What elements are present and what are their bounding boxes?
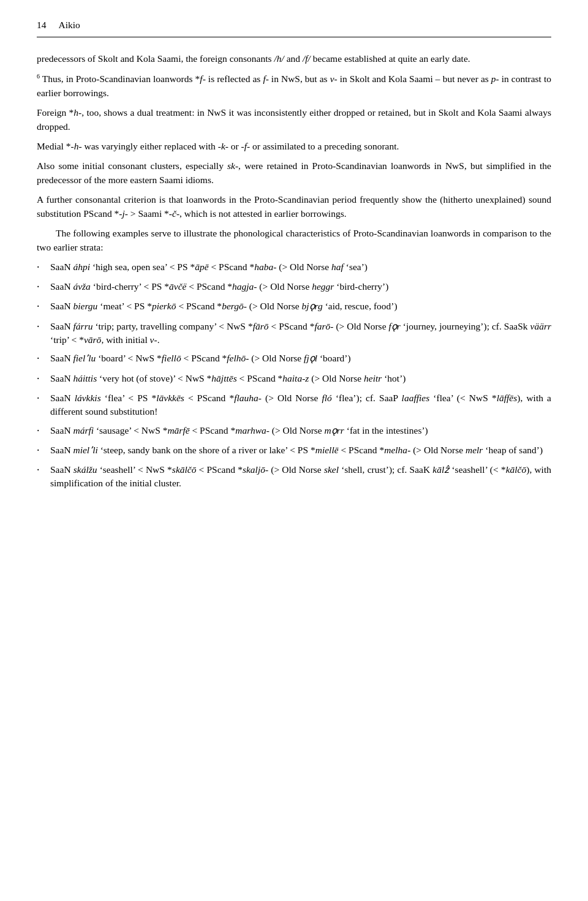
paragraph-4: Medial *-h- was varyingly either replace… xyxy=(37,140,551,153)
list-item: · SaaN márfi ‘sausage’ < NwS *mārfē < PS… xyxy=(37,424,551,439)
bullet-symbol: · xyxy=(37,298,50,314)
list-item: · SaaN áhpi ‘high sea, open sea’ < PS *ā… xyxy=(37,260,551,275)
bullet-symbol: · xyxy=(37,423,50,439)
bullet-symbol: · xyxy=(37,442,50,458)
bullet-text: SaaN biergu ‘meat’ < PS *pierkō < PScand… xyxy=(50,300,551,313)
bullet-symbol: · xyxy=(37,259,50,275)
bullet-text: SaaN skálžu ‘seashell’ < NwS *skālčō < P… xyxy=(50,463,551,491)
bullet-symbol: · xyxy=(37,462,50,478)
list-item: · SaaN biergu ‘meat’ < PS *pierkō < PSca… xyxy=(37,300,551,314)
bullet-text: SaaN mielʼli ‘steep, sandy bank on the s… xyxy=(50,443,551,457)
page-number: 14 xyxy=(37,18,47,32)
paragraph-3: Foreign *h-, too, shows a dual treatment… xyxy=(37,106,551,134)
list-item: · SaaN háittis ‘very hot (of stove)’ < N… xyxy=(37,372,551,386)
bullet-list: · SaaN áhpi ‘high sea, open sea’ < PS *ā… xyxy=(37,260,551,490)
list-item: · SaaN skálžu ‘seashell’ < NwS *skālčō <… xyxy=(37,463,551,491)
bullet-text: SaaN fielʼlu ‘board’ < NwS *fiellō < PSc… xyxy=(50,352,551,365)
bullet-text: SaaN fárru ‘trip; party, travelling comp… xyxy=(50,320,551,347)
list-item: · SaaN mielʼli ‘steep, sandy bank on the… xyxy=(37,443,551,458)
main-content: predecessors of Skolt and Kola Saami, th… xyxy=(37,52,551,490)
paragraph-2: 6 Thus, in Proto-Scandinavian loanwords … xyxy=(37,72,551,100)
bullet-text: SaaN ávža ‘bird-cherry’ < PS *āvčë < PSc… xyxy=(50,280,551,293)
bullet-text: SaaN márfi ‘sausage’ < NwS *mārfē < PSca… xyxy=(50,424,551,437)
list-item: · SaaN lávkkis ‘flea’ < PS *lāvkkēs < PS… xyxy=(37,391,551,419)
bullet-text: SaaN lávkkis ‘flea’ < PS *lāvkkēs < PSca… xyxy=(50,391,551,419)
bullet-text: SaaN áhpi ‘high sea, open sea’ < PS *āpē… xyxy=(50,260,551,274)
bullet-symbol: · xyxy=(37,319,50,334)
paragraph-5: Also some initial consonant clusters, es… xyxy=(37,159,551,187)
bullet-symbol: · xyxy=(37,390,50,406)
page-header: 14 Aikio xyxy=(37,18,551,37)
list-item: · SaaN fárru ‘trip; party, travelling co… xyxy=(37,320,551,347)
page: 14 Aikio predecessors of Skolt and Kola … xyxy=(0,0,588,901)
list-item: · SaaN fielʼlu ‘board’ < NwS *fiellō < P… xyxy=(37,352,551,366)
paragraph-6: A further consonantal criterion is that … xyxy=(37,193,551,221)
paragraph-7: The following examples serve to illustra… xyxy=(37,227,551,254)
paragraph-1: predecessors of Skolt and Kola Saami, th… xyxy=(37,52,551,66)
bullet-symbol: · xyxy=(37,350,50,366)
list-item: · SaaN ávža ‘bird-cherry’ < PS *āvčë < P… xyxy=(37,280,551,295)
bullet-symbol: · xyxy=(37,279,50,295)
bullet-symbol: · xyxy=(37,371,50,386)
page-author: Aikio xyxy=(59,18,80,32)
bullet-text: SaaN háittis ‘very hot (of stove)’ < NwS… xyxy=(50,372,551,385)
